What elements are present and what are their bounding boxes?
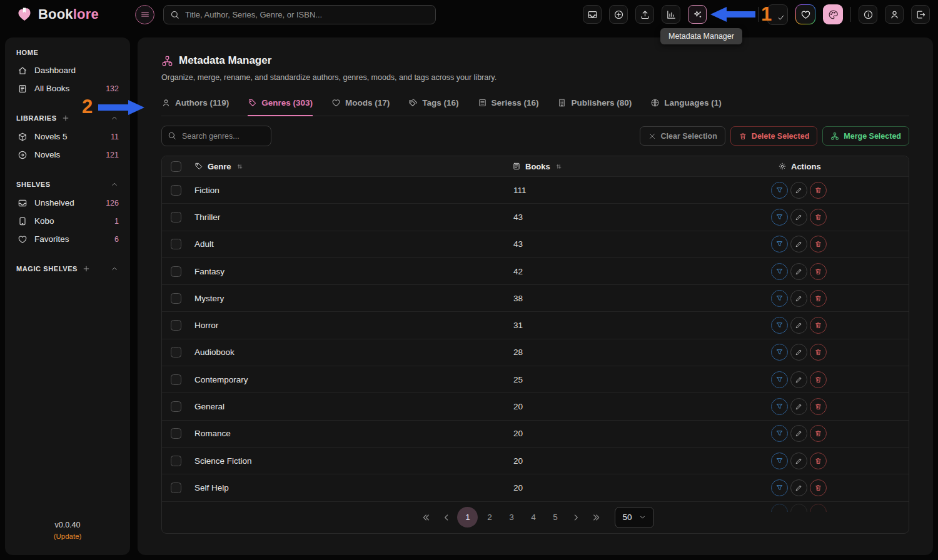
delete-genre-button[interactable] (810, 452, 827, 469)
edit-genre-button[interactable] (790, 317, 807, 334)
filter-genre-button[interactable] (771, 182, 788, 199)
page-button-2[interactable]: 2 (479, 507, 500, 528)
filter-genre-button[interactable] (771, 425, 788, 442)
filter-genre-button[interactable] (771, 344, 788, 361)
row-checkbox[interactable] (171, 266, 181, 277)
row-checkbox[interactable] (171, 401, 181, 412)
chevron-up-icon[interactable] (110, 180, 119, 189)
edit-genre-button[interactable] (790, 344, 807, 361)
genre-search-input[interactable] (161, 126, 271, 146)
delete-genre-button[interactable] (810, 425, 827, 442)
page-button-3[interactable]: 3 (501, 507, 522, 528)
filter-genre-button[interactable] (771, 371, 788, 388)
edit-genre-button[interactable] (790, 398, 807, 415)
row-checkbox[interactable] (171, 456, 181, 466)
delete-genre-button[interactable] (810, 209, 827, 226)
tab-genres[interactable]: Genres (303) (248, 98, 313, 116)
first-page-button[interactable] (421, 512, 431, 522)
page-button-1[interactable]: 1 (457, 507, 478, 528)
bookdrop-button[interactable] (583, 5, 602, 24)
chevron-up-icon[interactable] (110, 264, 119, 273)
tab-languages[interactable]: Languages (1) (650, 98, 722, 116)
clear-selection-button[interactable]: Clear Selection (640, 126, 725, 146)
logout-button[interactable] (911, 5, 930, 24)
sort-icon[interactable] (555, 162, 563, 171)
edit-genre-button[interactable] (790, 290, 807, 307)
sidebar-item[interactable]: Unshelved 126 (16, 194, 119, 212)
delete-genre-button[interactable] (810, 398, 827, 415)
filter-genre-button[interactable] (771, 452, 788, 469)
delete-genre-button[interactable] (810, 317, 827, 334)
delete-genre-button[interactable] (810, 371, 827, 388)
sidebar-item[interactable]: Novels 5 11 (16, 128, 119, 146)
edit-genre-button[interactable] (790, 479, 807, 496)
row-checkbox[interactable] (171, 293, 181, 304)
sidebar-section-header[interactable]: MAGIC SHELVES (16, 264, 119, 273)
app-logo[interactable]: Booklore (16, 6, 120, 22)
filter-genre-button[interactable] (771, 398, 788, 415)
row-checkbox[interactable] (171, 239, 181, 249)
edit-genre-button[interactable] (790, 182, 807, 199)
filter-genre-button[interactable] (771, 290, 788, 307)
edit-genre-button[interactable] (790, 452, 807, 469)
row-checkbox[interactable] (171, 185, 181, 196)
edit-genre-button[interactable] (790, 236, 807, 252)
metadata-manager-button[interactable] (688, 5, 707, 24)
filter-genre-button[interactable] (771, 263, 788, 280)
sidebar-section-header[interactable]: HOME (16, 49, 119, 56)
sidebar-section-header[interactable]: SHELVES (16, 180, 119, 189)
filter-genre-button[interactable] (771, 236, 788, 252)
tab-authors[interactable]: Authors (119) (161, 98, 229, 116)
sidebar-item[interactable]: Kobo 1 (16, 212, 119, 230)
delete-genre-button[interactable] (810, 290, 827, 307)
delete-genre-button[interactable] (810, 236, 827, 252)
merge-selected-button[interactable]: Merge Selected (822, 126, 909, 146)
page-button-5[interactable]: 5 (545, 507, 565, 528)
add-icon[interactable] (82, 264, 91, 273)
next-page-button[interactable] (571, 512, 581, 522)
info-button[interactable] (859, 5, 877, 24)
row-checkbox[interactable] (171, 428, 181, 439)
edit-genre-button[interactable] (790, 263, 807, 280)
prev-page-button[interactable] (441, 512, 451, 522)
edit-genre-button[interactable] (790, 371, 807, 388)
row-checkbox[interactable] (171, 320, 181, 331)
edit-genre-button[interactable] (790, 209, 807, 226)
row-checkbox[interactable] (171, 482, 181, 493)
favorites-theme-button[interactable] (795, 4, 815, 24)
page-size-select[interactable]: 50 (615, 507, 653, 528)
sort-icon[interactable] (236, 162, 244, 171)
edit-genre-button[interactable] (790, 425, 807, 442)
delete-genre-button[interactable] (810, 344, 827, 361)
sidebar-item[interactable]: All Books 132 (16, 79, 119, 98)
menu-button[interactable] (135, 5, 154, 24)
filter-genre-button[interactable] (771, 317, 788, 334)
row-checkbox[interactable] (171, 347, 181, 358)
update-link[interactable]: (Update) (16, 532, 119, 540)
row-checkbox[interactable] (171, 374, 181, 385)
last-page-button[interactable] (591, 512, 601, 522)
stats-button[interactable] (662, 5, 680, 24)
delete-genre-button[interactable] (810, 263, 827, 280)
tab-moods[interactable]: Moods (17) (331, 98, 390, 116)
sidebar-item[interactable]: Favorites 6 (16, 230, 119, 248)
account-button[interactable] (885, 5, 904, 24)
tab-publishers[interactable]: Publishers (80) (557, 98, 632, 116)
sidebar-item[interactable]: Dashboard (16, 61, 119, 79)
tab-seriess[interactable]: Seriess (16) (478, 98, 539, 116)
sidebar-item[interactable]: Novels 121 (16, 146, 119, 164)
add-button[interactable] (609, 5, 628, 24)
delete-genre-button[interactable] (810, 479, 827, 496)
delete-genre-button[interactable] (810, 182, 827, 199)
tab-tags[interactable]: Tags (16) (408, 98, 458, 116)
global-search-input[interactable] (163, 5, 436, 24)
filter-genre-button[interactable] (771, 479, 788, 496)
upload-button[interactable] (635, 5, 654, 24)
select-all-checkbox[interactable] (171, 161, 181, 172)
books-column-header[interactable]: Books (512, 162, 771, 171)
row-checkbox[interactable] (171, 212, 181, 222)
page-button-4[interactable]: 4 (523, 507, 543, 528)
genre-column-header[interactable]: Genre (194, 162, 512, 171)
theme-palette-button[interactable] (823, 4, 843, 24)
delete-selected-button[interactable]: Delete Selected (730, 126, 817, 146)
